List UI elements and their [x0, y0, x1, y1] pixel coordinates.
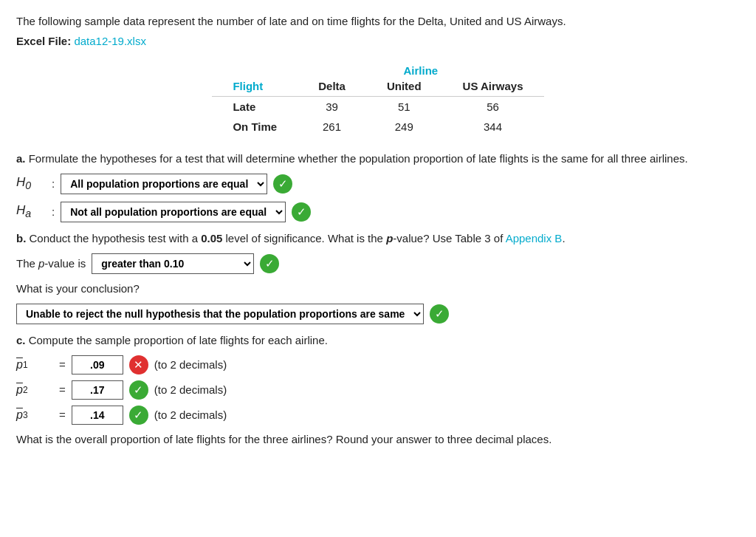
conclusion-prompt-text: What is your conclusion?	[16, 280, 740, 298]
sig-num: 0.05	[201, 232, 222, 244]
proportion-row-1: p1 = ✕ (to 2 decimals)	[16, 355, 740, 374]
conclusion-check-icon: ✓	[430, 304, 449, 324]
flight-data-table: Airline Flight Delta United US Airways L…	[212, 61, 543, 137]
section-b-label: b.	[16, 232, 26, 244]
usairways-col-header: US Airways	[442, 78, 544, 97]
ontime-label: On Time	[212, 117, 298, 137]
delta-col-header: Delta	[298, 78, 366, 97]
conclusion-select[interactable]: Unable to reject the null hypothesis tha…	[16, 304, 424, 324]
h0-select[interactable]: All population proportions are equal	[61, 174, 267, 194]
overall-prompt-text: What is the overall proportion of late f…	[16, 431, 740, 448]
excel-link[interactable]: data12-19.xlsx	[74, 35, 146, 47]
late-united: 51	[366, 96, 442, 117]
p1-equals: =	[59, 358, 66, 371]
data-table-section: Airline Flight Delta United US Airways L…	[16, 61, 740, 137]
h0-colon: :	[52, 177, 55, 190]
ontime-usairways: 344	[442, 117, 544, 137]
section-b-text2: level of significance. What is the	[226, 232, 383, 244]
p1-label: p1	[16, 358, 53, 372]
p3-equals: =	[59, 408, 66, 421]
flight-col-header: Flight	[212, 78, 298, 97]
proportion-row-2: p2 = ✓ (to 2 decimals)	[16, 380, 740, 400]
airline-header: Airline	[298, 61, 543, 78]
p2-equals: =	[59, 383, 66, 396]
pvalue-check-icon: ✓	[260, 254, 279, 273]
section-a-body: Formulate the hypotheses for a test that…	[29, 152, 688, 165]
late-delta: 39	[298, 96, 366, 117]
section-b-text: b. Conduct the hypothesis test with a 0.…	[16, 230, 740, 247]
ha-check-icon: ✓	[292, 202, 311, 222]
p3-status-icon: ✓	[129, 406, 148, 425]
late-label: Late	[212, 96, 298, 117]
period: .	[562, 232, 565, 244]
p3-label: p3	[16, 408, 53, 422]
ha-label: Ha	[16, 203, 46, 219]
ha-colon: :	[52, 205, 55, 218]
p1-input[interactable]	[72, 355, 123, 374]
section-a-text: a. Formulate the hypotheses for a test t…	[16, 150, 740, 168]
section-c-text: c. Compute the sample proportion of late…	[16, 332, 740, 349]
proportion-row-3: p3 = ✓ (to 2 decimals)	[16, 406, 740, 425]
ha-select[interactable]: Not all population proportions are equal	[61, 202, 286, 222]
ontime-united: 249	[366, 117, 442, 137]
p2-label: p2	[16, 383, 53, 397]
p1-decimals: (to 2 decimals)	[154, 358, 227, 371]
section-c-label: c.	[16, 334, 26, 346]
p2-input[interactable]	[72, 380, 123, 400]
excel-line: Excel File: data12-19.xlsx	[16, 35, 740, 47]
p2-decimals: (to 2 decimals)	[154, 383, 227, 396]
excel-label: Excel File:	[16, 35, 71, 47]
empty-header	[212, 61, 298, 78]
intro-text: The following sample data represent the …	[16, 13, 740, 30]
h0-label: H0	[16, 175, 46, 191]
ha-row: Ha : Not all population proportions are …	[16, 202, 740, 222]
ontime-delta: 261	[298, 117, 366, 137]
pvalue-prefix: The p-value is	[16, 257, 86, 270]
h0-row: H0 : All population proportions are equa…	[16, 174, 740, 194]
appendix-link[interactable]: Appendix B	[506, 232, 563, 244]
p2-status-icon: ✓	[129, 380, 148, 400]
h0-check-icon: ✓	[273, 174, 292, 194]
late-usairways: 56	[442, 96, 544, 117]
p1-status-icon: ✕	[129, 355, 148, 374]
conclusion-row: Unable to reject the null hypothesis tha…	[16, 304, 740, 324]
united-col-header: United	[366, 78, 442, 97]
section-a-label: a.	[16, 152, 26, 165]
section-c-body: Compute the sample proportion of late fl…	[29, 334, 328, 346]
section-b-text1: Conduct the hypothesis test with a	[30, 232, 198, 244]
pvalue-select[interactable]: greater than 0.10	[92, 253, 254, 274]
table-row: On Time 261 249 344	[212, 117, 543, 137]
p3-decimals: (to 2 decimals)	[154, 408, 227, 421]
section-b-text3: -value? Use Table 3 of	[393, 232, 503, 244]
pvalue-row: The p-value is greater than 0.10 ✓	[16, 253, 740, 274]
p3-input[interactable]	[72, 406, 123, 425]
p-label: p	[386, 232, 393, 244]
table-row: Late 39 51 56	[212, 96, 543, 117]
